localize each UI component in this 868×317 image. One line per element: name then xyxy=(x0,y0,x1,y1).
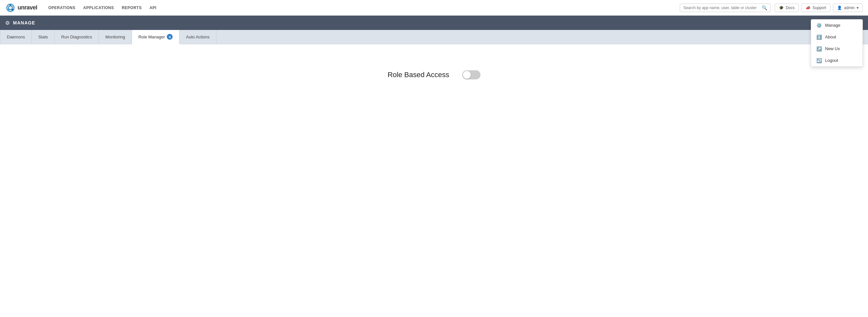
alpha-badge: α xyxy=(167,34,173,40)
support-label: Support xyxy=(812,5,826,10)
chevron-down-icon: ▾ xyxy=(857,5,859,10)
logout-icon: ↩️ xyxy=(816,58,822,63)
logo-text: unravel xyxy=(18,4,37,11)
logo-area[interactable]: unravel xyxy=(5,3,37,13)
tab-auto-actions[interactable]: Auto Actions xyxy=(180,30,216,44)
docs-icon: 🎓 xyxy=(779,5,784,10)
about-icon: ℹ️ xyxy=(816,34,822,40)
nav-links: OPERATIONS APPLICATIONS REPORTS API xyxy=(45,4,680,11)
svg-point-5 xyxy=(7,9,9,11)
manage-icon: ⚙️ xyxy=(816,23,822,28)
tab-run-diagnostics-label: Run Diagnostics xyxy=(61,34,92,39)
nav-operations[interactable]: OPERATIONS xyxy=(45,4,79,11)
tab-role-manager[interactable]: Role Manager α xyxy=(132,30,180,44)
docs-label: Docs xyxy=(786,5,795,10)
tab-monitoring[interactable]: Monitoring xyxy=(99,30,132,44)
tab-role-manager-label: Role Manager xyxy=(138,34,165,39)
manage-title: MANAGE xyxy=(13,20,35,25)
support-button[interactable]: 📣 Support xyxy=(801,4,830,12)
admin-wrapper: 👤 admin ▾ ⚙️ Manage ℹ️ About ↗️ New Ux xyxy=(833,4,863,12)
tab-stats-label: Stats xyxy=(38,34,48,39)
new-ux-icon: ↗️ xyxy=(816,46,822,51)
top-navigation: unravel OPERATIONS APPLICATIONS REPORTS … xyxy=(0,0,868,16)
support-icon: 📣 xyxy=(806,5,810,10)
admin-button[interactable]: 👤 admin ▾ xyxy=(833,4,863,12)
nav-api[interactable]: API xyxy=(146,4,160,11)
role-access-row: Role Based Access xyxy=(388,70,480,79)
tab-monitoring-label: Monitoring xyxy=(105,34,125,39)
role-access-toggle[interactable] xyxy=(462,70,480,79)
tab-run-diagnostics[interactable]: Run Diagnostics xyxy=(55,30,99,44)
dropdown-logout-label: Logout xyxy=(825,58,838,63)
admin-icon: 👤 xyxy=(837,5,842,10)
svg-point-3 xyxy=(9,4,11,6)
dropdown-item-manage[interactable]: ⚙️ Manage xyxy=(811,20,863,31)
search-input[interactable] xyxy=(683,5,762,10)
dropdown-item-new-ux[interactable]: ↗️ New Ux xyxy=(811,43,863,55)
search-icon[interactable]: 🔍 xyxy=(762,5,767,10)
dropdown-item-logout[interactable]: ↩️ Logout xyxy=(811,55,863,66)
dropdown-item-about[interactable]: ℹ️ About xyxy=(811,31,863,43)
role-access-label: Role Based Access xyxy=(388,70,449,79)
main-content: Role Based Access xyxy=(0,44,868,317)
search-area: 🔍 xyxy=(680,4,771,12)
dropdown-manage-label: Manage xyxy=(825,23,840,28)
manage-gear-icon: ⚙ xyxy=(5,20,10,26)
logo-icon xyxy=(5,3,16,13)
tab-auto-actions-label: Auto Actions xyxy=(186,34,209,39)
tab-daemons-label: Daemons xyxy=(7,34,25,39)
dropdown-about-label: About xyxy=(825,34,836,39)
toggle-knob xyxy=(463,71,471,79)
nav-applications[interactable]: APPLICATIONS xyxy=(80,4,117,11)
nav-reports[interactable]: REPORTS xyxy=(118,4,145,11)
top-actions: 🎓 Docs 📣 Support 👤 admin ▾ ⚙️ Manage ℹ️ xyxy=(775,4,863,12)
docs-button[interactable]: 🎓 Docs xyxy=(775,4,799,12)
tabs-bar: Daemons Stats Run Diagnostics Monitoring… xyxy=(0,30,868,44)
tab-stats[interactable]: Stats xyxy=(32,30,55,44)
admin-label: admin xyxy=(844,5,855,10)
manage-bar: ⚙ MANAGE xyxy=(0,16,868,30)
admin-dropdown-menu: ⚙️ Manage ℹ️ About ↗️ New Ux ↩️ Logout xyxy=(811,19,863,67)
tab-daemons[interactable]: Daemons xyxy=(0,30,32,44)
svg-point-4 xyxy=(12,9,14,11)
dropdown-new-ux-label: New Ux xyxy=(825,46,840,51)
